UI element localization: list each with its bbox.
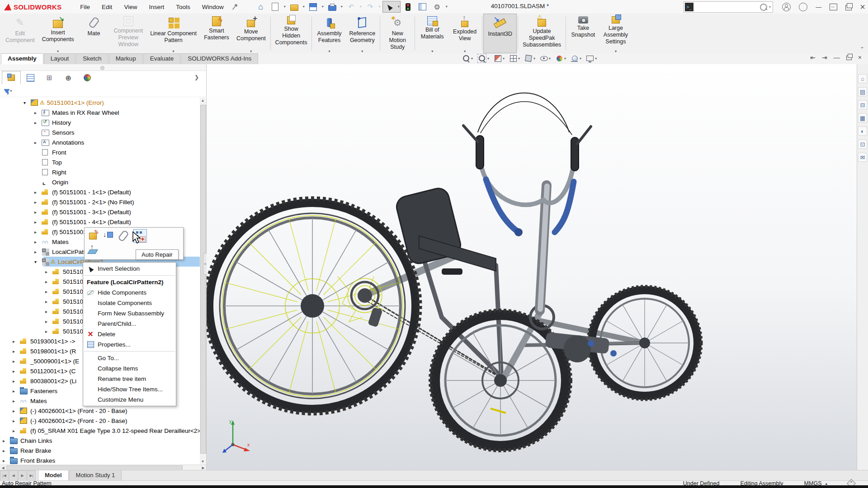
display-style-icon[interactable]: ▾ [524,54,535,62]
mate-icon[interactable] [118,230,129,241]
undo-button[interactable] [344,1,363,13]
component-preview-window-button[interactable]: Component Preview Window [110,14,147,53]
design-library-icon[interactable]: ▤ [858,87,867,96]
tab-layout[interactable]: Layout [44,53,76,64]
expand-arrow-icon[interactable] [34,190,42,195]
menu-item[interactable]: File [74,1,96,13]
panel-tabs-expand-icon[interactable]: ❯ [194,74,199,80]
options-button[interactable] [430,1,448,13]
last-tab-button[interactable]: ▶| [27,470,36,481]
expand-arrow-icon[interactable] [45,329,52,334]
tree-item[interactable]: ⚠ Chain Links [0,436,200,446]
expand-arrow-icon[interactable] [13,349,20,354]
tree-item[interactable]: ⚠ Rear Brake [0,446,200,455]
first-tab-button[interactable]: |◀ [0,470,9,481]
smart-fasteners-button[interactable]: Smart Fasteners [200,14,233,53]
expand-arrow-icon[interactable] [34,239,42,244]
tab-solidworks-addins[interactable]: SOLIDWORKS Add-Ins [181,53,258,64]
next-document-icon[interactable]: ⇥ [822,54,827,61]
expand-arrow-icon[interactable] [34,249,42,254]
show-hidden-components-button[interactable]: Show Hidden Components [272,14,311,53]
select-tool-button[interactable] [382,1,401,13]
expand-arrow-icon[interactable] [13,418,20,423]
expand-arrow-icon[interactable] [3,458,10,463]
expand-arrow-icon[interactable] [13,359,20,364]
appearances-scenes-icon[interactable]: ◐ [858,127,867,136]
tab-motion-study-1[interactable]: Motion Study 1 [69,470,122,481]
insert-component-icon[interactable] [103,230,113,241]
tab-evaluate[interactable]: Evaluate [143,53,181,64]
scroll-up-icon[interactable]: ▲ [200,98,206,103]
menu-delete[interactable]: Delete [83,329,176,339]
home-button[interactable] [254,1,268,13]
steering-assembly[interactable] [463,93,591,310]
display-pane-button[interactable] [416,1,429,13]
menu-item[interactable]: Window [196,1,230,13]
file-explorer-icon[interactable]: ⊟ [858,100,867,109]
assembly-features-button[interactable]: Assembly Features [313,14,345,53]
tree-item[interactable]: ⚠ Right [0,167,200,177]
move-with-triad-icon[interactable] [87,244,98,255]
menu-item[interactable]: Tools [170,1,196,13]
expand-arrow-icon[interactable] [34,259,42,264]
menu-form-new-subassembly[interactable]: Form New Subassembly [83,308,176,319]
expand-arrow-icon[interactable] [13,379,20,384]
expand-arrow-icon[interactable] [13,369,20,374]
menu-item[interactable]: Edit [96,1,118,13]
tree-item[interactable]: ⚠ Front [0,147,200,157]
tab-propertymanager[interactable] [21,71,40,84]
menu-parent-child[interactable]: Parent/Child... [83,319,176,329]
expand-arrow-icon[interactable] [13,389,20,394]
expand-arrow-icon[interactable] [34,230,42,235]
tab-featuremanager[interactable] [2,71,21,84]
take-snapshot-button[interactable]: Take Snapshot [567,14,599,53]
expand-arrow-icon[interactable] [34,140,42,145]
tab-assembly[interactable]: Assembly [1,53,43,64]
custom-properties-icon[interactable]: ⊡ [858,140,867,149]
next-tab-button[interactable]: ▶ [18,470,27,481]
expand-arrow-icon[interactable] [34,210,42,215]
menu-hide-components[interactable]: Hide Components [83,287,176,298]
open-button[interactable] [288,1,306,13]
zoom-fit-icon[interactable]: ▾ [462,54,473,62]
filter-caret-icon[interactable]: ▾ [10,89,12,93]
user-account-icon[interactable] [782,3,791,11]
edit-appearance-icon[interactable]: ▾ [555,54,566,62]
large-assembly-settings-button[interactable]: Large Assembly Settings [599,14,632,53]
tab-markup[interactable]: Markup [109,53,143,64]
expand-arrow-icon[interactable] [45,319,52,324]
tree-item[interactable]: ⚠ Origin [0,177,200,187]
expand-arrow-icon[interactable] [24,100,31,105]
tree-item[interactable]: ⚠ Mates in RX Rear Wheel [0,108,200,117]
menu-collapse-items[interactable]: Collapse Items [83,363,176,374]
rear-wheel[interactable] [430,310,571,450]
3d-model[interactable] [207,64,857,470]
tree-item[interactable]: ⚠ History [0,117,200,127]
menu-customize-menu[interactable]: Customize Menu [83,394,176,405]
close-document-icon[interactable]: × [858,54,862,61]
section-view-icon[interactable]: ▾ [494,54,505,62]
menu-rename-tree-item[interactable]: Rename tree item [83,374,176,384]
mate-button[interactable]: Mate [78,14,110,53]
minimize-icon[interactable] [816,4,821,10]
insert-components-button[interactable]: Insert Components [38,14,78,53]
expand-arrow-icon[interactable] [34,120,42,125]
expand-arrow-icon[interactable] [34,110,42,115]
tab-dimxpertmanager[interactable] [59,71,78,84]
expand-arrow-icon[interactable] [3,448,10,453]
tree-item[interactable]: ⚠ Annotations [0,137,200,147]
ribbon-collapse-chevron-icon[interactable]: ⌄ [860,43,864,50]
view-settings-icon[interactable]: ▾ [586,54,597,62]
front-left-wheel[interactable] [207,198,420,413]
expand-arrow-icon[interactable] [34,200,42,205]
solidworks-resources-icon[interactable]: ⌂ [858,74,867,83]
expand-arrow-icon[interactable] [45,269,52,274]
tree-item[interactable]: ⚠ (-) 40026001<2> (Front - 20 - Base) [0,416,200,426]
zoom-area-icon[interactable]: ▾ [477,54,489,63]
tree-item[interactable]: ⚠ (f) 50151001 - 4<1> (Default) [0,217,200,227]
edit-component-button[interactable]: Edit Component [2,14,38,53]
menu-isolate-components[interactable]: Isolate Components [83,298,176,308]
tab-sketch[interactable]: Sketch [76,53,108,64]
expand-arrow-icon[interactable] [45,309,52,314]
tree-item[interactable]: ⚠ (f) 50151001 - 1<1> (Default) [0,187,200,197]
